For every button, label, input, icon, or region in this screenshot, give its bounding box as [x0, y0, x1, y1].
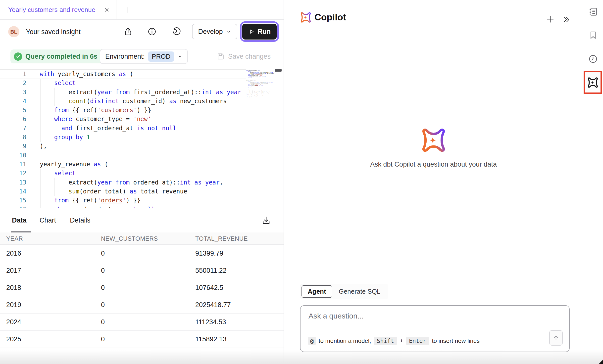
table-row[interactable]: 2016091399.79	[0, 245, 284, 262]
input-placeholder: Ask a question...	[308, 312, 364, 320]
line-number: 6	[0, 115, 26, 124]
environment-dropdown[interactable]: Environment: PROD	[100, 49, 188, 64]
table-body: 2016091399.7920170550011.2220180107642.5…	[0, 245, 284, 348]
download-icon[interactable]	[261, 216, 271, 226]
code-line[interactable]: 5 from {{ ref('customers') }}	[0, 106, 246, 115]
tab-chart[interactable]: Chart	[40, 208, 56, 232]
table-header: YEAR NEW_CUSTOMERS TOTAL_REVENUE	[0, 232, 284, 245]
history-clock-icon[interactable]	[583, 54, 603, 64]
line-number: 2	[0, 79, 26, 88]
environment-value-badge: PROD	[148, 51, 174, 62]
code-line[interactable]: 16 where ordered_at is not null	[0, 205, 246, 208]
column-header-total-revenue[interactable]: TOTAL_REVENUE	[195, 232, 248, 245]
copilot-mode-switch: Agent Generate SQL	[300, 284, 388, 299]
line-number: 5	[0, 106, 26, 115]
avatar-initials: BL	[10, 29, 17, 35]
query-status-text: Query completed in 6s	[25, 53, 98, 60]
table-row[interactable]: 20180107642.5	[0, 279, 284, 296]
hint-newlines-text: to insert new lines	[432, 337, 480, 344]
code-line[interactable]: 6 where customer_type = 'new'	[0, 115, 246, 124]
code-line[interactable]: 11yearly_revenue as (	[0, 160, 246, 169]
indent-guide	[54, 88, 55, 106]
line-number: 13	[0, 178, 26, 187]
mode-generate-sql-button[interactable]: Generate SQL	[332, 286, 387, 297]
hint-mention-text: to mention a model,	[319, 337, 371, 344]
develop-label: Develop	[198, 28, 223, 36]
code-line[interactable]: 13 extract(year from ordered_at)::int as…	[0, 178, 246, 187]
copilot-rail-button-active[interactable]	[584, 71, 602, 94]
run-label: Run	[258, 28, 271, 36]
develop-dropdown[interactable]: Develop	[192, 24, 237, 39]
table-cell: 0	[101, 314, 105, 331]
table-cell: 2025	[6, 331, 21, 348]
editor-minimap: with yearly_customers as ( select extrac…	[246, 70, 274, 107]
table-row[interactable]: 20240111234.53	[0, 314, 284, 331]
code-line[interactable]: 1with yearly_customers as (	[0, 70, 246, 79]
editor-scrollbar[interactable]	[275, 69, 282, 72]
info-icon[interactable]	[147, 27, 157, 36]
sql-editor[interactable]: 1with yearly_customers as (2 select3 ext…	[0, 69, 284, 208]
check-icon	[14, 52, 22, 61]
catalog-icon[interactable]	[583, 7, 603, 17]
new-chat-icon[interactable]	[545, 14, 556, 24]
tab-details[interactable]: Details	[70, 208, 91, 232]
dbt-copilot-logo-icon	[300, 12, 311, 23]
divider	[583, 22, 603, 22]
table-cell: 2017	[6, 262, 21, 279]
tab-data[interactable]: Data	[12, 208, 27, 232]
code-line[interactable]: 12 select	[0, 169, 246, 178]
line-number: 7	[0, 124, 26, 133]
code-line[interactable]: 8 group by 1	[0, 133, 246, 142]
status-bar: Query completed in 6s Environment: PROD …	[0, 44, 284, 69]
table-cell: 2024	[6, 314, 21, 331]
code-line[interactable]: 7 and first_ordered_at is not null	[0, 124, 246, 133]
table-cell: 0	[101, 279, 105, 296]
column-header-year[interactable]: YEAR	[6, 232, 23, 245]
tab-yearly-customers-and-revenue[interactable]: Yearly customers and revenue	[0, 0, 116, 20]
code-line[interactable]: 15 from {{ ref('orders') }}	[0, 196, 246, 205]
code-line[interactable]: 14 sum(order_total) as total_revenue	[0, 187, 246, 196]
chevron-down-icon	[177, 54, 183, 59]
chevron-down-icon	[226, 29, 231, 34]
query-status-badge: Query completed in 6s	[10, 49, 103, 63]
line-number: 10	[0, 151, 26, 160]
share-icon[interactable]	[123, 27, 133, 36]
copilot-question-input[interactable]: Ask a question... @ to mention a model, …	[300, 305, 570, 352]
tab-label: Yearly customers and revenue	[8, 0, 95, 20]
send-button[interactable]	[549, 330, 563, 346]
code-line[interactable]: 10	[0, 151, 246, 160]
close-icon[interactable]	[103, 7, 110, 13]
copilot-empty-caption: Ask dbt Copilot a question about your da…	[370, 161, 497, 168]
line-number: 16	[0, 205, 26, 208]
avatar[interactable]: BL	[8, 26, 19, 37]
app-window: Yearly customers and revenue BL Your sav…	[0, 0, 603, 364]
run-button[interactable]: Run	[242, 24, 277, 40]
code-line[interactable]: 4 count(distinct customer_id) as new_cus…	[0, 97, 246, 106]
dbt-copilot-icon	[587, 77, 599, 88]
code-line[interactable]: 9),	[0, 142, 246, 151]
code-line[interactable]: 3 extract(year from first_ordered_at)::i…	[0, 88, 246, 97]
bookmark-icon[interactable]	[583, 31, 603, 40]
table-cell: 550011.22	[195, 262, 227, 279]
collapse-panel-icon[interactable]	[562, 15, 571, 24]
line-number: 3	[0, 88, 26, 97]
new-tab-button[interactable]	[123, 5, 132, 14]
table-row[interactable]: 20170550011.22	[0, 262, 284, 279]
environment-label: Environment:	[105, 53, 145, 60]
window-resize-handle[interactable]	[599, 360, 603, 364]
line-number: 9	[0, 142, 26, 151]
indent-guide	[54, 178, 55, 196]
insight-title: Your saved insight	[26, 20, 81, 44]
copilot-title: Copilot	[314, 12, 346, 23]
column-header-new-customers[interactable]: NEW_CUSTOMERS	[101, 232, 158, 245]
save-changes-button[interactable]: Save changes	[216, 49, 271, 63]
at-key-badge: @	[308, 337, 316, 345]
table-row[interactable]: 201902025418.77	[0, 296, 284, 314]
table-cell: 2019	[6, 296, 21, 314]
code-line[interactable]: 2 select	[0, 79, 246, 88]
mode-agent-button[interactable]: Agent	[302, 285, 332, 298]
table-row[interactable]: 20250115892.13	[0, 331, 284, 348]
right-sidebar-rail	[583, 0, 603, 364]
table-cell: 0	[101, 331, 105, 348]
history-icon[interactable]	[172, 27, 181, 36]
